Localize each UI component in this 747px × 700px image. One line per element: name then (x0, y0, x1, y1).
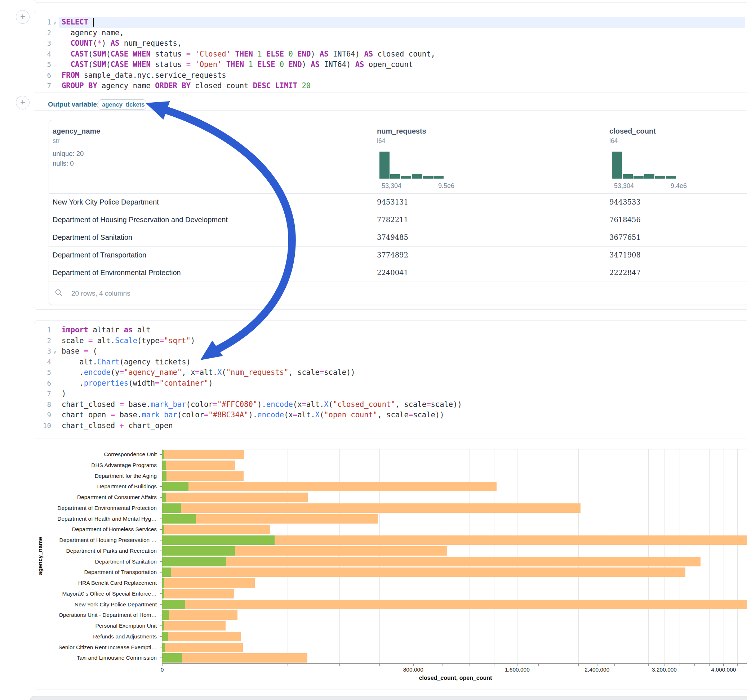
open-count-bar[interactable] (162, 482, 189, 491)
open-count-bar[interactable] (162, 493, 166, 502)
search-icon[interactable] (55, 289, 63, 297)
code-line[interactable]: 6 .properties(width="container") (35, 378, 746, 389)
code-token: Chart (97, 358, 119, 366)
column-header-agency-name[interactable]: agency_name (53, 127, 100, 136)
table-row[interactable]: Department of Transportation377489234719… (49, 246, 747, 264)
code-token: num_requests, (119, 39, 181, 48)
closed-count-bar[interactable] (162, 450, 244, 459)
chart-plot-area[interactable] (162, 449, 747, 663)
y-axis-category-label: Department of Transportation (0, 567, 157, 578)
closed-count-bar[interactable] (162, 567, 685, 577)
open-count-bar[interactable] (162, 514, 196, 523)
closed-count-bar[interactable] (162, 525, 270, 534)
open-count-bar[interactable] (162, 589, 164, 599)
open-count-bar[interactable] (162, 610, 169, 620)
open-count-bar[interactable] (162, 450, 164, 459)
histogram-bar (412, 174, 422, 179)
code-token: AS (110, 39, 119, 48)
code-line[interactable]: 5 CAST(SUM(CASE WHEN status = 'Open' THE… (35, 59, 746, 70)
code-line[interactable]: 7GROUP BY agency_name ORDER BY closed_co… (35, 81, 746, 92)
open-count-bar[interactable] (162, 546, 235, 556)
closed-count-bar[interactable] (162, 482, 496, 491)
open-count-bar[interactable] (162, 503, 181, 513)
closed-count-bar[interactable] (162, 600, 747, 609)
footer-separator (49, 282, 747, 282)
open-count-bar[interactable] (162, 600, 185, 609)
open-count-bar[interactable] (162, 632, 168, 641)
code-token: GROUP BY (62, 81, 97, 90)
open-count-bar[interactable] (162, 653, 182, 662)
y-axis-tick (160, 572, 162, 573)
table-row[interactable]: Department of Housing Preservation and D… (49, 211, 747, 229)
closed-count-bar[interactable] (162, 621, 225, 631)
open-count-bar[interactable] (162, 557, 226, 566)
column-header-closed-count[interactable]: closed_count (609, 127, 656, 136)
open-count-bar[interactable] (162, 536, 275, 545)
code-token (62, 60, 71, 69)
code-line[interactable]: 5 .encode(y="agency_name", x=alt.X("num_… (35, 367, 746, 378)
open-count-bar[interactable] (162, 460, 166, 470)
add-cell-button-top[interactable]: + (16, 10, 30, 24)
code-token: DESC (253, 81, 271, 90)
table-row[interactable]: Department of Sanitation37494853677651 (49, 229, 747, 246)
open-count-bar[interactable] (162, 471, 166, 481)
python-code-editor[interactable]: 1import altair as alt2scale = alt.Scale(… (35, 325, 746, 431)
gridline (413, 449, 413, 663)
code-line[interactable]: 2 agency_name, (35, 28, 746, 39)
code-token: ( (106, 50, 110, 58)
code-line[interactable]: 10chart_closed + chart_open (35, 421, 746, 431)
code-token: agency_name (97, 81, 155, 90)
table-row[interactable]: New York City Police Department945313194… (49, 193, 747, 211)
closed-count-bar[interactable] (162, 643, 243, 652)
closed-count-bar[interactable] (162, 632, 241, 641)
open-count-bar[interactable] (162, 525, 164, 534)
closed-count-bar[interactable] (162, 578, 255, 588)
code-line[interactable]: 2scale = alt.Scale(type="sqrt") (35, 336, 746, 346)
code-token: 0 (280, 60, 284, 69)
code-token: base. (124, 400, 151, 409)
closed-count-bar[interactable] (162, 653, 307, 662)
code-line[interactable]: 1∨SELECT (35, 17, 746, 28)
code-line[interactable]: 8chart_closed = base.mark_bar(color="#FF… (35, 399, 746, 410)
code-line[interactable]: 3 COUNT(*) AS num_requests, (35, 38, 746, 49)
add-cell-button-output[interactable]: + (16, 96, 30, 109)
code-line[interactable]: 9chart_open = base.mark_bar(color="#8BC3… (35, 410, 746, 421)
column-header-num-requests[interactable]: num_requests (377, 127, 426, 136)
closed-count-bar[interactable] (162, 460, 235, 470)
code-line[interactable]: 4 CAST(SUM(CASE WHEN status = 'Closed' T… (35, 49, 746, 60)
active-line-highlight (59, 17, 745, 28)
closed-count-bar[interactable] (162, 503, 581, 513)
open-count-bar[interactable] (162, 643, 165, 652)
code-line[interactable]: 7) (35, 389, 746, 399)
table-row[interactable]: Department of Environmental Protection22… (49, 264, 747, 282)
open-count-bar[interactable] (162, 621, 164, 631)
code-line[interactable]: 3∨base = ( (35, 346, 746, 357)
closed-count-bar[interactable] (162, 589, 234, 599)
y-axis-tick (160, 658, 162, 658)
closed-count-bar[interactable] (162, 610, 237, 620)
code-token: AS (364, 50, 373, 58)
open-count-bar[interactable] (162, 567, 171, 577)
y-axis-tick (160, 647, 162, 648)
open-count-bar[interactable] (162, 578, 164, 588)
y-axis-tick (160, 497, 162, 498)
output-variable-badge[interactable]: agency_tickets (98, 100, 146, 110)
code-token: CAST (71, 50, 88, 58)
code-token (275, 60, 280, 69)
closed-count-bar[interactable] (162, 557, 700, 566)
y-axis-tick (160, 615, 162, 616)
y-axis-category-label: Taxi and Limousine Commission (0, 652, 157, 663)
code-line[interactable]: 4 alt.Chart(agency_tickets) (35, 357, 746, 368)
closed-count-bar[interactable] (162, 493, 308, 502)
code-fold-chevron-icon[interactable]: ∨ (53, 18, 56, 29)
code-line[interactable]: 6FROM sample_data.nyc.service_requests (35, 70, 746, 81)
code-fold-chevron-icon[interactable]: ∨ (53, 347, 56, 358)
code-line[interactable]: 1import altair as alt (35, 325, 746, 336)
code-token: SUM (92, 50, 106, 58)
histogram-bar (401, 176, 411, 179)
code-token: "agency_name" (124, 368, 181, 377)
gridline (287, 449, 288, 663)
code-token: (agency_tickets) (119, 358, 190, 366)
sql-code-editor[interactable]: 1∨SELECT 2 agency_name,3 COUNT(*) AS num… (35, 17, 746, 92)
closed-count-bar[interactable] (162, 471, 243, 481)
